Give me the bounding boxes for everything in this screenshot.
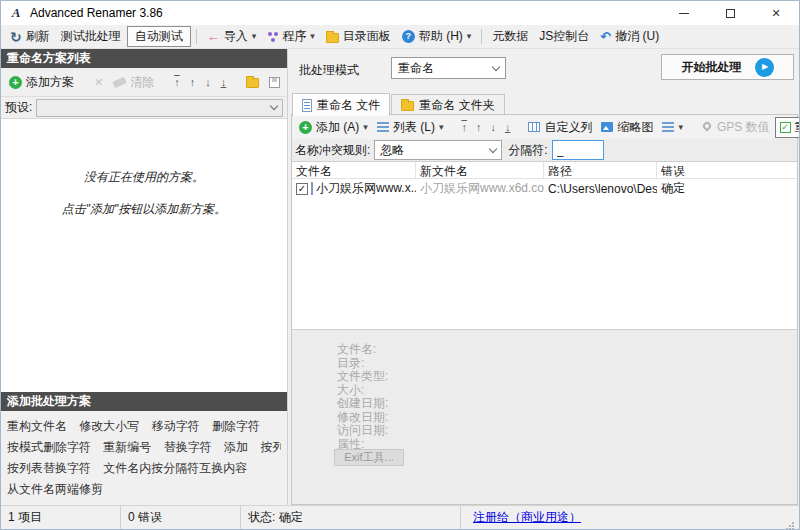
rename-match-toggle[interactable]: 重命名匹配 [775,117,800,138]
preset-select[interactable] [36,99,283,117]
refresh-icon [10,30,22,44]
file-icon [311,182,313,195]
method-link[interactable]: 添加 [224,437,248,458]
help-button[interactable]: 帮助 (H) [397,26,477,47]
method-link[interactable]: 文件名内按分隔符互换内容 [103,458,247,479]
move-top-icon [461,121,467,133]
method-link[interactable]: 按模式删除字符 [7,437,91,458]
custom-columns-label: 自定义列 [544,119,592,136]
delete-method-button[interactable] [90,75,107,90]
chevron-down-icon [252,32,257,41]
method-link[interactable]: 从文件名两端修剪 [7,479,103,500]
status-items-count: 1 项目 [1,506,121,529]
collision-row: 名称冲突规则: 忽略 分隔符: [292,139,797,161]
move-up-icon [190,76,196,88]
preset-row: 预设: [1,97,287,118]
batch-mode-select[interactable]: 重命名 [391,57,506,79]
add-method-button[interactable]: 添加方案 [5,72,78,93]
method-link[interactable]: 重新编号 [103,437,151,458]
close-button[interactable] [753,1,799,25]
tab-rename-folders[interactable]: 重命名 文件夹 [391,94,504,115]
eraser-icon [112,76,127,88]
tab-rename-files[interactable]: 重命名 文件 [292,93,390,116]
method-link[interactable]: 删除字符 [212,416,260,437]
start-batch-button[interactable]: 开始批处理 [661,54,794,80]
resize-grip[interactable] [786,522,788,524]
collision-rule-select[interactable]: 忽略 [374,140,502,160]
chevron-down-icon [439,123,444,132]
open-preset-button[interactable] [242,74,263,90]
auto-test-button[interactable]: 自动测试 [127,26,191,47]
column-header-filename[interactable]: 文件名 [292,162,416,178]
maximize-button[interactable] [707,1,753,25]
minimize-button[interactable] [661,1,707,25]
metadata-button[interactable]: 元数据 [487,26,533,47]
detail-label-size: 大小: [337,384,388,398]
program-icon [267,31,278,42]
row-checkbox[interactable] [296,183,308,195]
exif-tool-button[interactable]: Exif工具... [334,449,404,466]
move-up-button[interactable] [472,119,486,135]
method-link[interactable]: 替换字符 [164,437,212,458]
cell-filename: 小刀娱乐网www.x... [316,180,416,197]
preset-label: 预设: [5,99,32,116]
table-row[interactable]: 小刀娱乐网www.x... 小刀娱乐网www.x6d.com.... C:\Us… [292,179,797,198]
method-list-header: 重命名方案列表 [1,49,287,68]
main-toolbar: 刷新 测试批处理 自动测试 导入 程序 目录面板 帮助 (H) 元数据 JS控制… [1,25,799,49]
custom-columns-button[interactable]: 自定义列 [524,117,596,138]
refresh-button[interactable]: 刷新 [5,26,55,47]
chevron-down-icon [489,144,497,152]
clear-methods-button[interactable]: 清除 [109,72,158,93]
chevron-down-icon [467,32,472,41]
import-label: 导入 [224,28,248,45]
save-icon [269,77,280,88]
thumbnails-button[interactable]: 缩略图 [597,117,657,138]
gps-values-button[interactable]: GPS 数值 [697,117,774,138]
cell-path: C:\Users\lenovo\Desktop\ [548,182,657,196]
list-button[interactable]: 列表 (L) [373,117,448,138]
move-down-button[interactable] [201,74,215,90]
display-options-icon [662,122,674,132]
display-options-button[interactable] [658,120,687,134]
move-top-button[interactable] [457,119,471,135]
directory-panel-label: 目录面板 [343,28,391,45]
column-header-new-filename[interactable]: 新文件名 [416,162,544,178]
file-list-toolbar: 添加 (A) 列表 (L) 自定义列 缩略图 [292,115,797,139]
status-state: 状态: 确定 [241,506,461,529]
delete-icon [94,77,103,88]
add-files-button[interactable]: 添加 (A) [295,117,372,138]
thumbnails-label: 缩略图 [617,119,653,136]
import-button[interactable]: 导入 [202,26,262,47]
method-link[interactable]: 修改大小写 [79,416,139,437]
register-link[interactable]: 注册给（商业用途） [473,509,581,526]
program-label: 程序 [282,28,306,45]
move-up-button[interactable] [186,74,200,90]
method-link[interactable]: 移动字符 [152,416,200,437]
test-batch-button[interactable]: 测试批处理 [56,26,126,47]
method-link-row: 按模式删除字符 重新编号 替换字符 添加 按列表重命名 [7,437,281,458]
column-header-error[interactable]: 错误 [657,162,797,178]
method-list-empty-area[interactable]: 没有正在使用的方案。 点击"添加"按钮以添加新方案。 [1,118,287,392]
save-preset-button[interactable] [265,75,284,90]
plus-icon [299,121,312,134]
move-bottom-button[interactable] [501,119,515,135]
folder-icon [326,33,339,43]
method-link[interactable]: 按列表重命名 [260,437,281,458]
move-down-button[interactable] [486,119,500,135]
detail-label-created: 创建日期: [337,397,388,411]
program-button[interactable]: 程序 [262,26,320,47]
js-console-button[interactable]: JS控制台 [534,26,594,47]
separator-input[interactable] [552,140,604,160]
move-top-button[interactable] [170,74,184,90]
directory-panel-button[interactable]: 目录面板 [321,26,396,47]
status-bar: 1 项目 0 错误 状态: 确定 注册给（商业用途） [1,505,799,529]
undo-button[interactable]: 撤消 (U) [595,26,664,47]
toolbar-separator [481,29,482,44]
move-bottom-button[interactable] [217,74,231,90]
method-link[interactable]: 按列表替换字符 [7,458,91,479]
method-link[interactable]: 重构文件名 [7,416,67,437]
maximize-icon [726,9,735,18]
column-header-path[interactable]: 路径 [544,162,657,178]
start-batch-label: 开始批处理 [682,59,742,76]
detail-label-filetype: 文件类型: [337,370,388,384]
